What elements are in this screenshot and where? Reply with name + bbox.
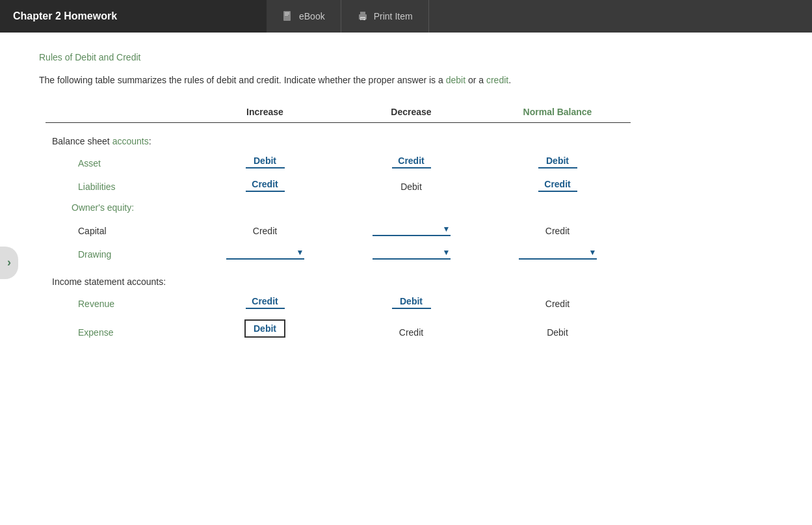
header: Chapter 2 Homework eBook Print Item <box>0 0 812 33</box>
rules-table: Increase Decrease Normal Balance <box>46 107 631 122</box>
owners-equity-label: Owner's equity: <box>59 198 134 217</box>
drawing-normal-dropdown[interactable]: ▼ <box>519 248 597 260</box>
drawing-decrease-arrow: ▼ <box>443 248 451 257</box>
ebook-tab[interactable]: eBook <box>267 0 341 33</box>
capital-decrease-dropdown[interactable]: ▼ <box>373 224 451 236</box>
asset-row: Asset Debit Credit Debit <box>46 150 631 174</box>
drawing-row: Drawing ▼ ▼ ▼ <box>46 241 631 265</box>
liabilities-increase: Credit <box>246 179 285 192</box>
expense-decrease: Credit <box>399 327 423 338</box>
liabilities-normal: Credit <box>538 179 577 192</box>
drawing-normal-arrow: ▼ <box>589 248 597 257</box>
svg-rect-7 <box>361 18 365 19</box>
book-icon <box>282 10 294 22</box>
balance-sheet-section-row: Balance sheet accounts: <box>46 129 631 150</box>
drawing-decrease-dropdown[interactable]: ▼ <box>373 248 451 260</box>
header-divider <box>46 122 631 123</box>
income-statement-label: Income statement accounts: <box>52 276 166 287</box>
asset-normal: Debit <box>538 155 577 168</box>
revenue-decrease: Debit <box>392 296 431 309</box>
income-statement-section-row: Income statement accounts: <box>46 270 631 291</box>
expense-increase[interactable]: Debit <box>244 319 285 338</box>
capital-row: Capital Credit ▼ Credit <box>46 215 631 241</box>
intro-text: The following table summarizes the rules… <box>39 73 779 87</box>
col-normal-balance: Normal Balance <box>484 107 631 122</box>
drawing-label: Drawing <box>65 245 111 263</box>
svg-rect-1 <box>285 12 289 13</box>
liabilities-decrease: Debit <box>400 182 422 192</box>
revenue-label: Revenue <box>65 295 114 313</box>
accounts-label: accounts <box>112 136 149 146</box>
col-increase: Increase <box>192 107 338 122</box>
asset-label: Asset <box>65 154 101 172</box>
page-title: Chapter 2 Homework <box>0 0 267 33</box>
drawing-increase-dropdown[interactable]: ▼ <box>226 248 304 260</box>
expense-label: Expense <box>65 323 113 342</box>
svg-rect-8 <box>361 20 363 20</box>
svg-rect-2 <box>285 14 289 14</box>
capital-increase: Credit <box>253 226 277 236</box>
expense-normal: Debit <box>547 327 568 338</box>
liabilities-label: Liabilities <box>65 178 116 196</box>
col-decrease: Decrease <box>338 107 484 122</box>
owners-equity-row: Owner's equity: <box>46 197 631 215</box>
section-divider-row <box>46 265 631 270</box>
credit-link[interactable]: credit <box>486 75 508 85</box>
debit-link[interactable]: debit <box>446 75 465 85</box>
revenue-row: Revenue Credit Debit Credit <box>46 291 631 314</box>
drawing-increase-arrow: ▼ <box>296 248 304 257</box>
liabilities-row: Liabilities Credit Debit Credit <box>46 174 631 197</box>
asset-decrease: Credit <box>392 155 431 168</box>
asset-increase: Debit <box>246 155 285 168</box>
main-content: Rules of Debit and Credit The following … <box>0 33 812 362</box>
capital-decrease-arrow: ▼ <box>443 224 451 234</box>
print-tab[interactable]: Print Item <box>341 0 429 33</box>
capital-normal: Credit <box>545 226 570 236</box>
expense-row: Expense Debit Credit Debit <box>46 314 631 343</box>
main-table: Balance sheet accounts: Asset Debit Cred… <box>46 129 631 343</box>
section-title: Rules of Debit and Credit <box>39 52 779 62</box>
capital-label: Capital <box>78 226 107 236</box>
svg-rect-5 <box>360 12 365 15</box>
svg-rect-3 <box>285 15 288 16</box>
revenue-normal: Credit <box>545 299 570 309</box>
revenue-increase: Credit <box>246 296 285 309</box>
print-icon <box>357 10 369 22</box>
